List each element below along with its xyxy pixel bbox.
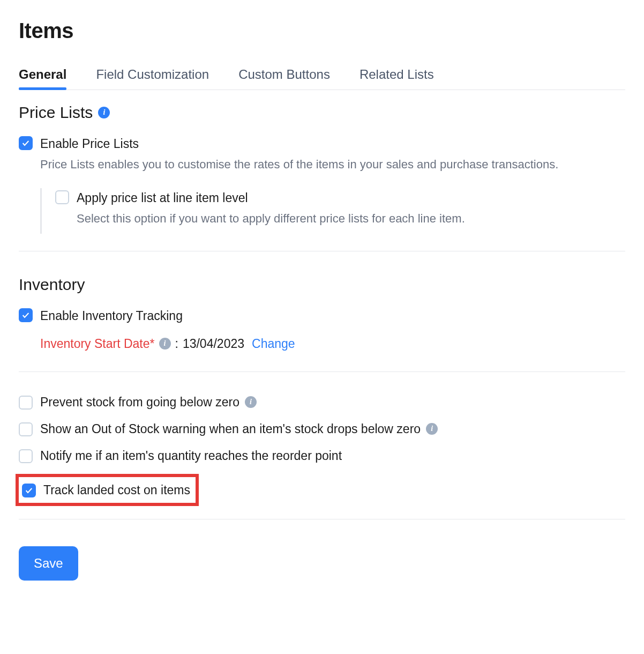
price-lists-heading-text: Price Lists <box>19 103 93 122</box>
line-item-desc: Select this option if you want to apply … <box>77 210 465 227</box>
inventory-heading: Inventory <box>19 276 625 294</box>
out-of-stock-warning-row: Show an Out of Stock warning when an ite… <box>19 420 625 437</box>
colon: : <box>175 337 178 351</box>
line-item-checkbox[interactable] <box>55 190 69 204</box>
reorder-notify-row: Notify me if an item's quantity reaches … <box>19 447 625 464</box>
inventory-heading-text: Inventory <box>19 276 85 294</box>
info-icon[interactable]: i <box>159 338 171 350</box>
prevent-below-zero-checkbox[interactable] <box>19 396 33 410</box>
inventory-start-date-label: Inventory Start Date* <box>40 337 155 351</box>
tabs: General Field Customization Custom Butto… <box>19 67 625 90</box>
save-button[interactable]: Save <box>19 546 78 581</box>
section-price-lists: Price Lists i Enable Price Lists Price L… <box>19 90 625 251</box>
page-title: Items <box>19 19 625 43</box>
out-of-stock-warning-checkbox[interactable] <box>19 422 33 436</box>
track-landed-cost-highlight: Track landed cost on items <box>16 474 199 506</box>
reorder-notify-checkbox[interactable] <box>19 449 33 463</box>
line-item-label: Apply price list at line item level <box>77 189 465 206</box>
inventory-start-date-value: 13/04/2023 <box>183 337 244 351</box>
line-item-sub-option: Apply price list at line item level Sele… <box>40 188 625 234</box>
out-of-stock-warning-label: Show an Out of Stock warning when an ite… <box>40 420 438 437</box>
section-inventory: Inventory Enable Inventory Tracking Inve… <box>19 251 625 519</box>
price-lists-heading: Price Lists i <box>19 103 625 122</box>
tab-related-lists[interactable]: Related Lists <box>360 67 434 90</box>
enable-price-lists-label: Enable Price Lists <box>40 135 558 152</box>
tab-general[interactable]: General <box>19 67 66 90</box>
enable-price-lists-row: Enable Price Lists Price Lists enables y… <box>19 135 625 173</box>
divider <box>19 519 625 519</box>
info-icon[interactable]: i <box>245 396 257 408</box>
prevent-below-zero-row: Prevent stock from going below zero i <box>19 393 625 411</box>
tab-custom-buttons[interactable]: Custom Buttons <box>238 67 330 90</box>
reorder-notify-label: Notify me if an item's quantity reaches … <box>40 447 342 464</box>
inventory-start-date-row: Inventory Start Date* i : 13/04/2023 Cha… <box>40 337 625 351</box>
track-landed-cost-label: Track landed cost on items <box>43 481 190 499</box>
change-link[interactable]: Change <box>252 337 295 351</box>
enable-price-lists-desc: Price Lists enables you to customise the… <box>40 155 558 173</box>
enable-inventory-row: Enable Inventory Tracking <box>19 307 625 324</box>
enable-inventory-checkbox[interactable] <box>19 308 33 322</box>
enable-price-lists-checkbox[interactable] <box>19 136 33 150</box>
enable-inventory-label: Enable Inventory Tracking <box>40 307 183 324</box>
info-icon[interactable]: i <box>98 107 110 118</box>
info-icon[interactable]: i <box>426 423 438 435</box>
track-landed-cost-checkbox[interactable] <box>22 484 36 497</box>
tab-field-customization[interactable]: Field Customization <box>96 67 209 90</box>
prevent-below-zero-label: Prevent stock from going below zero i <box>40 393 257 411</box>
